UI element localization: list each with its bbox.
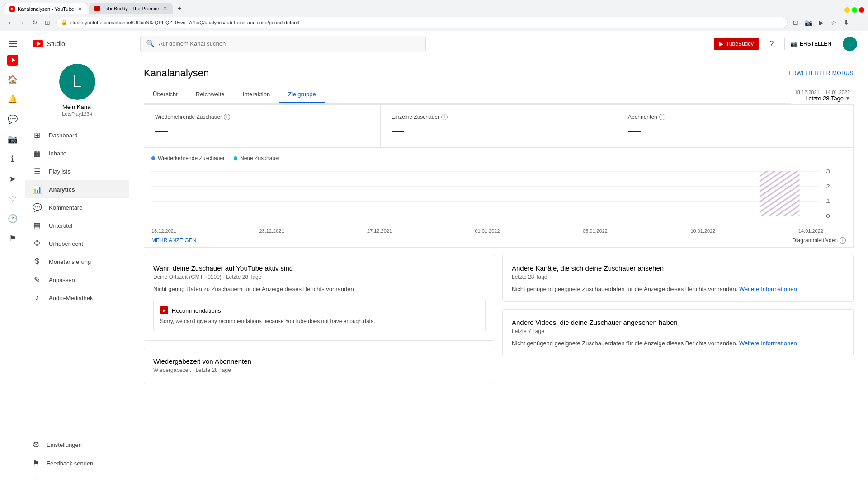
- date-range-selector[interactable]: 18.12.2021 – 14.01.2022 Letzte 28 Tage ▼: [791, 88, 854, 103]
- legend-dot-wiederkehrend: [151, 156, 155, 160]
- whatsapp-icon[interactable]: 💬: [4, 110, 22, 128]
- info-icon-wiederkehrende[interactable]: i: [224, 114, 230, 120]
- tab-zielgruppe[interactable]: Zielgruppe: [279, 86, 325, 103]
- instagram-icon[interactable]: 📷: [4, 130, 22, 148]
- svg-text:1: 1: [826, 198, 830, 204]
- nav-back[interactable]: ‹: [4, 17, 15, 28]
- sidebar-item-label-audio: Audio-Mediathek: [49, 295, 93, 301]
- hamburger-icon[interactable]: [4, 35, 22, 53]
- create-button[interactable]: 📷 ERSTELLEN: [784, 38, 837, 50]
- home-icon[interactable]: 🏠: [4, 70, 22, 89]
- heart-icon[interactable]: ♡: [4, 190, 22, 208]
- extension-icon-1[interactable]: ⊡: [790, 17, 801, 28]
- notification-icon[interactable]: 🔔: [4, 90, 22, 108]
- new-tab-button[interactable]: +: [174, 3, 185, 14]
- card-andere-videos: Andere Videos, die deine Zuschauer anges…: [502, 309, 854, 356]
- user-avatar[interactable]: L: [843, 37, 857, 51]
- browser-tab-inactive[interactable]: TubeBuddy | The Premier ✕: [89, 3, 173, 14]
- tb-logo-icon: ▶: [719, 41, 723, 47]
- tab-interaktion[interactable]: Interaktion: [234, 86, 279, 103]
- card-andere-kanaele-title: Andere Kanäle, die sich deine Zuschauer …: [512, 264, 844, 272]
- sidebar-item-untertitel[interactable]: ▤ Untertitel: [25, 216, 129, 235]
- nav-forward[interactable]: ›: [16, 17, 28, 28]
- tubebuddy-recommendation: ▶ Recommendations Sorry, we can't give a…: [153, 300, 486, 331]
- more-options[interactable]: ···: [25, 473, 129, 484]
- restore-button[interactable]: [852, 7, 857, 13]
- close-button[interactable]: [859, 7, 864, 13]
- tab-close-2[interactable]: ✕: [163, 5, 167, 12]
- untertitel-icon: ▤: [33, 221, 42, 230]
- sidebar-item-label-playlists: Playlists: [49, 168, 71, 175]
- sidebar-item-label-monetarisierung: Monetarisierung: [49, 258, 91, 265]
- search-bar[interactable]: 🔍: [140, 36, 426, 52]
- channel-name: Mein Kanal: [62, 103, 92, 110]
- diagramm-label: Diagrammleitfaden: [792, 237, 838, 244]
- sidebar-item-label-einstellungen: Einstellungen: [47, 441, 82, 448]
- sidebar-item-audio[interactable]: ♪ Audio-Mediathek: [25, 289, 129, 307]
- info-icon-einzelne[interactable]: i: [441, 114, 448, 120]
- lock-icon: 🔒: [61, 19, 67, 25]
- tab-uebersicht[interactable]: Übersicht: [144, 86, 187, 103]
- sidebar-item-einstellungen[interactable]: ⚙ Einstellungen: [25, 436, 129, 454]
- help-button[interactable]: ?: [764, 37, 779, 51]
- nav-reload[interactable]: ↻: [29, 17, 41, 28]
- stat-value-einzelne: —: [392, 124, 606, 138]
- tubebuddy-button[interactable]: ▶ TubeBuddy: [714, 38, 759, 50]
- weitere-informationen-link-1[interactable]: Weitere Informationen: [739, 286, 797, 292]
- info-icon-abonnenten[interactable]: i: [659, 114, 665, 120]
- monetarisierung-icon: $: [33, 257, 42, 266]
- svg-text:2: 2: [826, 183, 830, 189]
- yt-studio-logo-icon[interactable]: [7, 55, 18, 67]
- extension-icon-5[interactable]: ⬇: [841, 17, 852, 28]
- search-input[interactable]: [159, 40, 420, 47]
- info-icon[interactable]: ℹ: [4, 150, 22, 168]
- address-bar[interactable]: 🔒 studio.youtube.com/channel/UCocN6zQPHQ…: [56, 17, 788, 28]
- stat-card-abonnenten: Abonnenten i —: [617, 105, 853, 147]
- stat-label-einzelne: Einzelne Zuschauer: [392, 114, 439, 120]
- sidebar-item-dashboard[interactable]: ⊞ Dashboard: [25, 126, 129, 144]
- date-range-dates: 18.12.2021 – 14.01.2022: [795, 89, 850, 95]
- card-andere-videos-title: Andere Videos, die deine Zuschauer anges…: [512, 319, 844, 326]
- sidebar-item-anpassen[interactable]: ✎ Anpassen: [25, 271, 129, 289]
- flag-icon[interactable]: ⚑: [4, 230, 22, 248]
- diagramm-leitfaden-link[interactable]: Diagrammleitfaden i: [792, 237, 846, 244]
- nav-home[interactable]: ⊞: [42, 17, 53, 28]
- sidebar-header: Studio: [25, 31, 129, 56]
- analytics-tabs: Übersicht Reichweite Interaktion Zielgru…: [144, 86, 791, 104]
- chevron-down-icon: ▼: [845, 96, 850, 101]
- sidebar-item-playlists[interactable]: ☰ Playlists: [25, 162, 129, 180]
- minimize-button[interactable]: [844, 7, 850, 13]
- tab-close-1[interactable]: ✕: [78, 6, 82, 12]
- card-wiedergabezeit-subtitle: Wiedergabezeit · Letzte 28 Tage: [153, 367, 486, 373]
- extension-icon-3[interactable]: ▶: [816, 17, 826, 28]
- address-text: studio.youtube.com/channel/UCocN6zQPHQZ_…: [70, 20, 299, 25]
- sidebar-item-urheberrecht[interactable]: © Urheberrecht: [25, 235, 129, 253]
- sidebar-item-kommentare[interactable]: 💬 Kommentare: [25, 198, 129, 216]
- extension-icon-4[interactable]: ☆: [828, 17, 839, 28]
- svg-text:0: 0: [826, 213, 830, 219]
- clock-icon[interactable]: 🕐: [4, 210, 22, 228]
- diagramm-info-icon[interactable]: i: [840, 237, 846, 244]
- sidebar-item-label-analytics: Analytics: [49, 186, 75, 193]
- sidebar-item-analytics[interactable]: 📊 Analytics: [25, 180, 129, 198]
- sidebar-item-inhalte[interactable]: ▦ Inhalte: [25, 144, 129, 162]
- sidebar-item-monetarisierung[interactable]: $ Monetarisierung: [25, 253, 129, 271]
- stat-label-wiederkehrende: Wiederkehrende Zuschauer: [155, 114, 222, 120]
- weitere-informationen-link-2[interactable]: Weitere Informationen: [739, 340, 797, 347]
- x-label-3: 01.01.2022: [475, 228, 500, 234]
- x-label-5: 10.01.2022: [690, 228, 715, 234]
- menu-dots[interactable]: ⋮: [854, 17, 864, 28]
- erweiterter-modus-button[interactable]: ERWEITERTER MODUS: [789, 70, 854, 76]
- channel-avatar[interactable]: L: [59, 64, 95, 100]
- sidebar-item-feedback[interactable]: ⚑ Feedback senden: [25, 454, 129, 473]
- browser-tab-active[interactable]: ▶ Kanalanalysen - YouTube ✕: [4, 3, 88, 14]
- tab-reichweite[interactable]: Reichweite: [187, 86, 234, 103]
- nav-items: ⊞ Dashboard ▦ Inhalte ☰ Playlists 📊 Anal…: [25, 122, 129, 432]
- send-icon[interactable]: ➤: [4, 170, 22, 188]
- tb-rec-text: Sorry, we can't give any recommendations…: [160, 318, 479, 324]
- chart-x-axis: 18.12.2021 23.12.2021 27.12.2021 01.01.2…: [151, 225, 846, 234]
- extension-icon-2[interactable]: 📷: [803, 17, 814, 28]
- mehr-anzeigen-button[interactable]: MEHR ANZEIGEN: [151, 237, 196, 244]
- browser-chrome: ▶ Kanalanalysen - YouTube ✕ TubeBuddy | …: [0, 0, 868, 31]
- x-label-1: 23.12.2021: [259, 228, 284, 234]
